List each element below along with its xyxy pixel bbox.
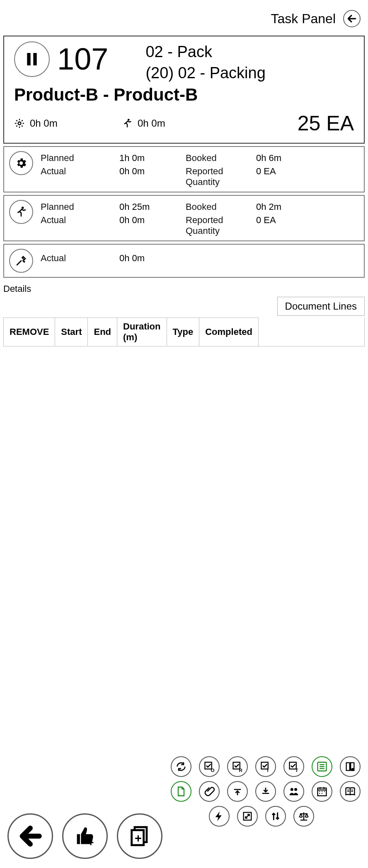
svg-text:T: T xyxy=(295,767,298,772)
reported-qty-value: 0 EA xyxy=(256,166,314,188)
svg-text:O: O xyxy=(211,767,215,772)
product-name: Product-B - Product-B xyxy=(14,85,354,105)
arrow-left-icon xyxy=(18,824,42,848)
actual-value: 0h 0m xyxy=(119,166,186,188)
list-button[interactable] xyxy=(312,756,332,777)
planned-value: 1h 0m xyxy=(119,153,186,164)
setup-section[interactable]: Planned 1h 0m Booked 0h 6m Actual 0h 0m … xyxy=(3,146,365,192)
booked-value: 0h 6m xyxy=(256,153,314,164)
arrow-left-icon xyxy=(346,13,357,24)
operation-name: 02 - Pack xyxy=(145,41,265,63)
check-i-button[interactable]: I xyxy=(255,756,276,777)
checklist-icon: I xyxy=(260,761,271,772)
manual-button[interactable] xyxy=(340,781,361,802)
refresh-icon xyxy=(175,761,187,772)
col-type[interactable]: Type xyxy=(167,317,199,346)
upload-button[interactable] xyxy=(227,781,248,802)
check-o-button[interactable]: O xyxy=(199,756,220,777)
gear-icon xyxy=(14,118,25,129)
actual-label: Actual xyxy=(41,253,119,264)
operation-step: (20) 02 - Packing xyxy=(145,63,265,84)
open-book-icon xyxy=(344,786,356,797)
document-lines-button[interactable]: Document Lines xyxy=(277,297,365,316)
booked-label: Booked xyxy=(186,202,256,212)
calendar-button[interactable] xyxy=(312,781,332,802)
documents-icon xyxy=(128,824,152,848)
col-duration[interactable]: Duration (m) xyxy=(117,317,167,346)
actual-value: 0h 0m xyxy=(119,253,186,264)
nav-back-button[interactable] xyxy=(7,813,53,859)
pause-button[interactable] xyxy=(14,41,50,77)
refresh-button[interactable] xyxy=(171,756,191,777)
check-t-button[interactable]: T xyxy=(283,756,304,777)
svg-text:I: I xyxy=(267,767,269,772)
gear-icon xyxy=(15,157,27,169)
reported-qty-label: Reported Quantity xyxy=(186,215,256,236)
col-end[interactable]: End xyxy=(88,317,117,346)
upload-icon xyxy=(232,786,243,797)
approve-button[interactable] xyxy=(62,813,108,859)
runner-icon xyxy=(122,118,133,129)
book-button[interactable] xyxy=(340,756,361,777)
col-completed[interactable]: Completed xyxy=(199,317,259,346)
actual-label: Actual xyxy=(41,166,119,188)
planned-label: Planned xyxy=(41,153,119,164)
planned-label: Planned xyxy=(41,202,119,212)
actual-label: Actual xyxy=(41,215,119,236)
task-summary-panel: 107 02 - Pack (20) 02 - Packing Product-… xyxy=(3,36,365,144)
col-remove[interactable]: REMOVE xyxy=(4,317,55,346)
people-icon xyxy=(288,786,300,797)
people-button[interactable] xyxy=(283,781,304,802)
calendar-icon xyxy=(316,786,328,797)
quantity: 25 EA xyxy=(298,111,354,135)
labor-time: 0h 0m xyxy=(138,118,165,129)
page-title: Task Panel xyxy=(271,11,336,26)
back-button[interactable] xyxy=(343,10,361,27)
col-start[interactable]: Start xyxy=(55,317,88,346)
checklist-icon: T xyxy=(288,761,300,772)
setup-time: 0h 0m xyxy=(30,118,58,129)
planned-value: 0h 25m xyxy=(119,202,186,212)
reported-qty-value: 0 EA xyxy=(256,215,314,236)
checklist-icon: O xyxy=(203,761,215,772)
booked-label: Booked xyxy=(186,153,256,164)
svg-text:R: R xyxy=(239,767,243,772)
paperclip-icon xyxy=(203,786,215,797)
pause-icon xyxy=(24,51,40,67)
add-doc-button[interactable] xyxy=(117,813,162,859)
thumbs-up-icon xyxy=(73,824,97,848)
details-label: Details xyxy=(3,284,365,294)
download-button[interactable] xyxy=(255,781,276,802)
tooling-section[interactable]: Actual 0h 0m xyxy=(3,244,365,278)
reported-qty-label: Reported Quantity xyxy=(186,166,256,188)
labor-section[interactable]: Planned 0h 25m Booked 0h 2m Actual 0h 0m… xyxy=(3,195,365,241)
runner-icon xyxy=(15,206,27,218)
document-icon xyxy=(175,786,187,797)
attach-button[interactable] xyxy=(199,781,220,802)
download-icon xyxy=(260,786,271,797)
actual-value: 0h 0m xyxy=(119,215,186,236)
book-icon xyxy=(344,761,356,772)
new-doc-button[interactable] xyxy=(171,781,191,802)
task-id: 107 xyxy=(57,44,108,75)
list-icon xyxy=(316,761,328,772)
check-r-button[interactable]: R xyxy=(227,756,248,777)
tools-icon xyxy=(15,255,27,267)
details-table: REMOVE Start End Duration (m) Type Compl… xyxy=(3,317,365,346)
booked-value: 0h 2m xyxy=(256,202,314,212)
checklist-icon: R xyxy=(232,761,243,772)
